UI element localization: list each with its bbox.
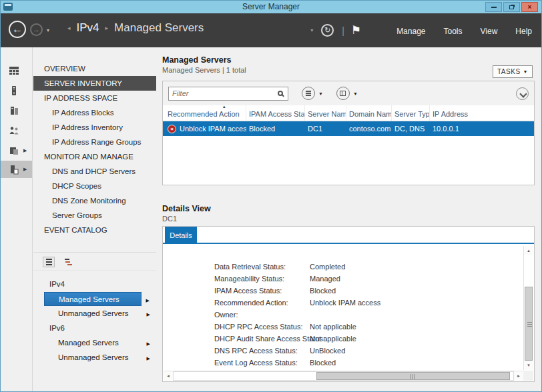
nav-item[interactable]: DNS Zone Monitoring	[33, 193, 156, 208]
tree-item-arrow-icon[interactable]: ▶	[147, 307, 150, 321]
scroll-left-icon[interactable]: ◄	[164, 371, 173, 381]
tree-item-label: Managed Servers	[59, 295, 119, 303]
tree-item[interactable]: Unmanaged Servers ▶	[44, 351, 142, 365]
breadcrumb-dropdown-icon[interactable]: ▾	[310, 27, 313, 33]
vertical-scrollbar[interactable]: ▲ ▼	[523, 246, 533, 370]
breadcrumb-back-icon[interactable]: ◂	[67, 25, 71, 31]
table-row-selected[interactable]: × Unblock IPAM access Blocked DC1 contos…	[163, 121, 534, 136]
refresh-button[interactable]: ↻	[321, 24, 334, 37]
breadcrumb-current[interactable]: Managed Servers	[114, 21, 204, 35]
storage-icon	[9, 145, 19, 156]
maximize-button[interactable]	[503, 2, 520, 12]
scroll-grip	[527, 321, 532, 327]
sidebar-item-all-servers[interactable]	[1, 102, 32, 119]
horizontal-scrollbar[interactable]: ◄ ►	[164, 371, 523, 381]
scroll-up-icon[interactable]: ▲	[524, 246, 533, 255]
tree-item[interactable]: IPv4	[44, 277, 142, 291]
filter-input[interactable]	[172, 89, 278, 97]
nav-item[interactable]: MONITOR AND MANAGE	[33, 149, 156, 164]
notifications-flag-icon[interactable]: ⚑	[351, 23, 361, 37]
local-server-icon	[9, 85, 19, 96]
cell-ipam-access-status: Blocked	[246, 125, 305, 133]
minimize-button[interactable]	[485, 2, 502, 12]
nav-item-label: SERVER INVENTORY	[44, 79, 122, 87]
vertical-scroll-thumb[interactable]	[525, 287, 533, 361]
tree-item-arrow-icon[interactable]: ▶	[146, 293, 150, 307]
search-icon	[278, 91, 283, 96]
column-header-server-name[interactable]: Server Name	[305, 105, 346, 121]
horizontal-scroll-thumb[interactable]	[316, 372, 510, 380]
chevron-down-icon[interactable]: ▼	[353, 91, 358, 96]
scroll-right-icon[interactable]: ►	[514, 371, 523, 381]
details-server-name: DC1	[162, 215, 177, 223]
tree-item-arrow-icon[interactable]: ▶	[147, 351, 150, 365]
nav-item[interactable]: EVENT CATALOG	[33, 223, 156, 237]
history-dropdown[interactable]: ▾	[47, 27, 49, 33]
details-field-row: IPAM Access Status: Blocked	[214, 287, 523, 299]
column-header-recommended-action[interactable]: Recommended Action	[165, 105, 246, 121]
menu-item[interactable]: View	[481, 27, 498, 36]
forward-button[interactable]: →	[30, 23, 43, 36]
details-body: Data Retrieval Status: Completed Managea…	[164, 245, 523, 370]
list-view-toggle[interactable]	[43, 257, 54, 267]
tree-view-toggle[interactable]	[62, 257, 73, 267]
tab-details[interactable]: Details	[165, 227, 197, 244]
breadcrumb-separator-icon: ▸	[105, 25, 109, 31]
ipam-icon	[9, 164, 19, 175]
scroll-down-icon[interactable]: ▼	[524, 361, 533, 370]
sidebar-item-local-server[interactable]	[1, 82, 32, 99]
grid-header-row: ▴ Recommended Action IPAM Access Status …	[163, 105, 534, 121]
query-list-button[interactable]: ▼	[302, 87, 323, 100]
nav-item[interactable]: IP ADDRESS SPACE	[33, 91, 156, 105]
users-icon	[9, 125, 19, 136]
collapse-toolbar-button[interactable]	[516, 87, 529, 100]
close-icon: ×	[528, 3, 532, 11]
back-button[interactable]: ←	[9, 21, 26, 38]
save-query-button[interactable]: ▼	[336, 87, 358, 100]
vertical-scroll-track[interactable]	[524, 255, 533, 361]
flyout-arrow-icon: ▶	[23, 167, 27, 172]
nav-item[interactable]: IP Address Blocks	[33, 105, 156, 120]
nav-item[interactable]: Server Groups	[33, 208, 156, 223]
column-header-ipam-access-status[interactable]: IPAM Access Status	[246, 105, 305, 121]
nav-item-label: OVERVIEW	[44, 65, 85, 73]
server-tree: IPv4 Managed Servers ▶ Unmanaged Servers…	[33, 271, 156, 365]
details-field-value: Blocked	[310, 359, 336, 367]
chevron-down-icon[interactable]: ▼	[318, 91, 323, 96]
nav-item[interactable]: OVERVIEW	[33, 61, 156, 76]
sidebar-item-dashboard[interactable]	[1, 62, 32, 79]
column-header-domain-name[interactable]: Domain Name	[346, 105, 392, 121]
sidebar-item-services[interactable]	[1, 122, 32, 139]
nav-item[interactable]: DHCP Scopes	[33, 179, 156, 193]
tree-item-arrow-icon[interactable]: ▶	[147, 337, 150, 351]
nav-item-label: IP Address Inventory	[52, 123, 123, 131]
tasks-button[interactable]: TASKS ▼	[493, 65, 533, 78]
details-view-title: Details View	[162, 204, 211, 213]
tree-item[interactable]: Unmanaged Servers ▶	[44, 307, 142, 321]
page-title: Managed Servers	[162, 55, 232, 65]
nav-item[interactable]: IP Address Range Groups	[33, 135, 156, 149]
column-header-ip-address[interactable]: IP Address	[430, 105, 534, 121]
tree-item[interactable]: Managed Servers ▶	[44, 336, 142, 350]
tree-item[interactable]: Managed Servers ▶	[44, 292, 142, 306]
column-header-server-type[interactable]: Server Type	[392, 105, 430, 121]
nav-item[interactable]: DNS and DHCP Servers	[33, 164, 156, 179]
menu-item[interactable]: Help	[515, 27, 532, 36]
nav-item[interactable]: IP Address Inventory	[33, 120, 156, 135]
minimize-icon	[491, 7, 497, 8]
tree-item[interactable]: IPv6	[44, 321, 142, 335]
menu-item[interactable]: Tools	[444, 27, 463, 36]
sidebar-item-file-storage[interactable]: ▶	[1, 142, 32, 159]
details-field-label: Manageability Status:	[214, 275, 308, 283]
sidebar-item-ipam[interactable]: ▶	[1, 161, 32, 178]
breadcrumb: ◂ IPv4 ▸ Managed Servers	[67, 21, 204, 35]
horizontal-scroll-track[interactable]	[173, 371, 514, 381]
scrollbar-corner	[523, 371, 533, 381]
menu-item[interactable]: Manage	[396, 27, 425, 36]
nav-item[interactable]: SERVER INVENTORY	[33, 76, 156, 91]
nav-item-label: MONITOR AND MANAGE	[44, 153, 133, 161]
tree-item-label: IPv6	[49, 324, 65, 332]
breadcrumb-root[interactable]: IPv4	[77, 21, 99, 35]
servers-grid-panel: ▼ ▼ ▴ Recommended Action IPAM Access Sta…	[162, 81, 535, 185]
close-button[interactable]: ×	[521, 2, 538, 12]
